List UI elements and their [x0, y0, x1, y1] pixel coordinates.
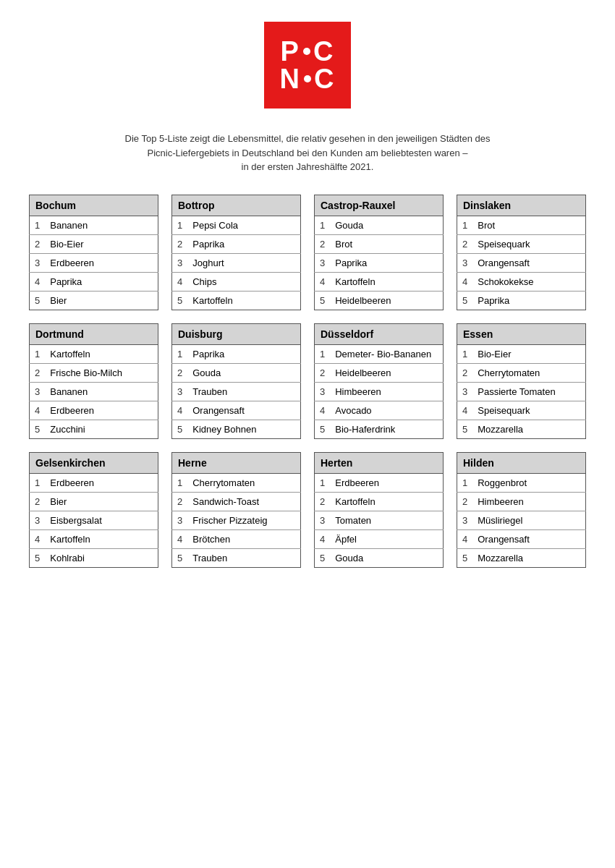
product-name: Zucchini	[45, 420, 158, 438]
city-header: Duisburg	[172, 323, 301, 344]
product-name: Tomaten	[330, 511, 443, 529]
table-row: 5Paprika	[457, 291, 586, 310]
product-name: Pepsi Cola	[187, 216, 300, 234]
table-row: 4Kartoffeln	[315, 272, 444, 291]
rank-number: 3	[30, 253, 46, 272]
city-table-bottrop: Bottrop1Pepsi Cola2Paprika3Joghurt4Chips…	[171, 195, 301, 310]
product-name: Joghurt	[187, 253, 300, 272]
table-row: 3Tomaten	[315, 511, 444, 529]
city-header: Bochum	[30, 195, 158, 216]
product-name: Himbeeren	[472, 492, 585, 511]
city-header: Bottrop	[172, 195, 301, 216]
product-name: Kidney Bohnen	[187, 420, 300, 438]
rank-number: 5	[172, 420, 188, 438]
table-row: 3Himbeeren	[315, 382, 444, 401]
table-row: 1Paprika	[172, 344, 301, 363]
rank-number: 1	[457, 344, 473, 363]
table-row: 4Brötchen	[172, 529, 301, 548]
rank-number: 2	[172, 492, 188, 511]
table-row: 1Demeter- Bio-Bananen	[315, 344, 444, 363]
product-name: Paprika	[187, 344, 300, 363]
product-name: Brot	[472, 216, 585, 234]
product-name: Gouda	[330, 216, 443, 234]
product-name: Frische Bio-Milch	[45, 363, 158, 382]
city-header: Dinslaken	[457, 195, 586, 216]
table-row: 3Müsliriegel	[457, 511, 586, 529]
product-name: Mozzarella	[472, 420, 585, 438]
table-row: 1Pepsi Cola	[172, 216, 301, 234]
product-name: Eisbergsalat	[45, 511, 158, 529]
table-row: 4Äpfel	[315, 529, 444, 548]
table-row: 1Cherrytomaten	[172, 473, 301, 492]
rank-number: 2	[30, 492, 46, 511]
product-name: Passierte Tomaten	[472, 382, 585, 401]
table-row: 5Kidney Bohnen	[172, 420, 301, 438]
logo-text-line1: P	[281, 38, 300, 65]
rank-number: 4	[315, 272, 331, 291]
picnic-logo: P C N C	[264, 22, 351, 109]
table-row: 4Erdbeeren	[30, 401, 158, 420]
rank-number: 5	[30, 420, 46, 438]
city-table-essen: Essen1Bio-Eier2Cherrytomaten3Passierte T…	[457, 323, 586, 439]
table-row: 4Orangensaft	[457, 529, 586, 548]
city-table-herten: Herten1Erdbeeren2Kartoffeln3Tomaten4Äpfe…	[314, 452, 444, 568]
product-name: Cherrytomaten	[187, 473, 300, 492]
product-name: Orangensaft	[472, 253, 585, 272]
city-table-gelsenkirchen: Gelsenkirchen1Erdbeeren2Bier3Eisbergsala…	[29, 452, 158, 568]
rank-number: 4	[457, 529, 473, 548]
product-name: Paprika	[472, 291, 585, 310]
table-row: 5Bio-Haferdrink	[315, 420, 444, 438]
product-name: Speisequark	[472, 401, 585, 420]
table-row: 5Kartoffeln	[172, 291, 301, 310]
product-name: Kohlrabi	[45, 548, 158, 567]
product-name: Bier	[45, 492, 158, 511]
city-table-herne: Herne1Cherrytomaten2Sandwich-Toast3Frisc…	[171, 452, 301, 568]
city-header: Düsseldorf	[315, 323, 444, 344]
logo-text-c2: C	[314, 65, 335, 93]
product-name: Erdbeeren	[45, 253, 158, 272]
product-name: Trauben	[187, 548, 300, 567]
table-row: 2Frische Bio-Milch	[30, 363, 158, 382]
product-name: Brot	[330, 234, 443, 253]
table-row: 2Sandwich-Toast	[172, 492, 301, 511]
rank-number: 5	[172, 291, 188, 310]
rank-number: 1	[30, 473, 46, 492]
table-row: 5Zucchini	[30, 420, 158, 438]
rank-number: 5	[315, 291, 331, 310]
table-row: 1Bio-Eier	[457, 344, 586, 363]
table-row: 3Erdbeeren	[30, 253, 158, 272]
table-row: 1Erdbeeren	[30, 473, 158, 492]
rank-number: 1	[315, 216, 331, 234]
rank-number: 1	[457, 473, 473, 492]
rank-number: 5	[457, 420, 473, 438]
city-header: Hilden	[457, 452, 586, 473]
product-name: Kartoffeln	[45, 344, 158, 363]
table-row: 2Brot	[315, 234, 444, 253]
table-row: 4Avocado	[315, 401, 444, 420]
table-row: 1Erdbeeren	[315, 473, 444, 492]
rank-number: 4	[172, 529, 188, 548]
rank-number: 3	[457, 382, 473, 401]
logo-row-1: P C	[281, 38, 335, 65]
rank-number: 4	[457, 272, 473, 291]
rank-number: 3	[315, 382, 331, 401]
rank-number: 5	[315, 420, 331, 438]
logo-text-n: N	[280, 65, 301, 93]
rank-number: 3	[172, 511, 188, 529]
product-name: Schokokekse	[472, 272, 585, 291]
logo-row-2: N C	[280, 65, 336, 93]
product-name: Erdbeeren	[45, 401, 158, 420]
product-name: Erdbeeren	[330, 473, 443, 492]
rank-number: 5	[30, 548, 46, 567]
product-name: Frischer Pizzateig	[187, 511, 300, 529]
rank-number: 4	[30, 401, 46, 420]
table-row: 2Gouda	[172, 363, 301, 382]
cities-grid: Bochum1Bananen2Bio-Eier3Erdbeeren4Paprik…	[29, 195, 586, 568]
product-name: Kartoffeln	[187, 291, 300, 310]
rank-number: 2	[457, 234, 473, 253]
product-name: Paprika	[187, 234, 300, 253]
table-row: 5Mozzarella	[457, 548, 586, 567]
product-name: Cherrytomaten	[472, 363, 585, 382]
city-header: Castrop-Rauxel	[315, 195, 444, 216]
product-name: Paprika	[330, 253, 443, 272]
